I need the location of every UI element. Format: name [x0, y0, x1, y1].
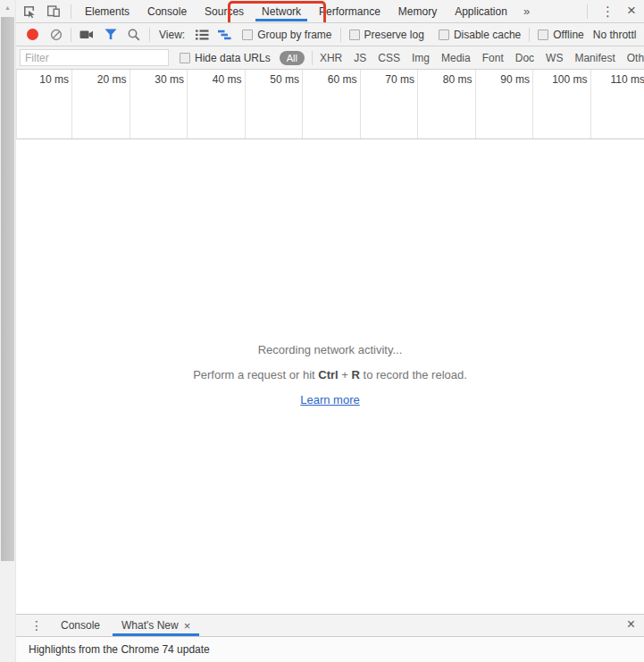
- filter-type-ws[interactable]: WS: [546, 52, 563, 64]
- preserve-log-label: Preserve log: [364, 29, 424, 41]
- filter-toggle-button[interactable]: [105, 29, 117, 40]
- throttling-dropdown[interactable]: No throttl: [593, 29, 637, 41]
- scrollbar-up-arrow-icon[interactable]: ▲: [0, 0, 15, 15]
- disable-cache-label: Disable cache: [454, 29, 521, 41]
- offline-option: Offline: [538, 29, 583, 41]
- filter-input[interactable]: [20, 49, 169, 66]
- filter-type-other[interactable]: Other: [627, 52, 644, 64]
- filter-bar: Hide data URLs All XHR JS CSS Img Media …: [16, 46, 644, 70]
- ruler-tick: 90 ms: [476, 70, 534, 138]
- record-button[interactable]: [27, 29, 38, 40]
- toolbar-separator: [587, 4, 588, 19]
- ruler-tick: 110 ms: [591, 70, 644, 138]
- drawer-menu-button[interactable]: ⋮: [16, 618, 50, 633]
- ruler-tick: 80 ms: [418, 70, 476, 138]
- window-controls: ⋮ ×: [582, 3, 644, 20]
- filter-type-img[interactable]: Img: [412, 52, 430, 64]
- filter-type-media[interactable]: Media: [441, 52, 471, 64]
- empty-state-hint: Perform a request or hit Ctrl + R to rec…: [16, 368, 644, 381]
- drawer-close-button[interactable]: ×: [623, 617, 644, 633]
- toolbar-separator: [340, 28, 341, 42]
- view-label: View:: [159, 29, 185, 41]
- device-toolbar-icon: [46, 4, 61, 18]
- clear-icon: [50, 29, 63, 41]
- scrollbar-thumb[interactable]: [1, 17, 14, 561]
- main-tab-bar: Elements Console Sources Network Perform…: [16, 0, 644, 23]
- offline-label: Offline: [553, 29, 583, 41]
- devtools-menu-button[interactable]: ⋮: [592, 4, 623, 20]
- filter-type-css[interactable]: CSS: [378, 52, 400, 64]
- timeline-ruler[interactable]: 10 ms 20 ms 30 ms 40 ms 50 ms 60 ms 70 m…: [16, 70, 644, 139]
- network-toolbar: View:: [16, 23, 644, 46]
- group-by-frame-option: Group by frame: [242, 29, 331, 41]
- tab-console[interactable]: Console: [138, 0, 196, 23]
- tab-label: Console: [147, 5, 187, 18]
- tab-elements[interactable]: Elements: [76, 0, 138, 23]
- close-tab-icon[interactable]: ×: [184, 619, 191, 633]
- group-by-frame-label: Group by frame: [257, 29, 331, 41]
- preserve-log-checkbox[interactable]: [349, 29, 360, 40]
- tab-label: Console: [61, 619, 100, 632]
- filter-type-manifest[interactable]: Manifest: [574, 52, 615, 64]
- filter-type-js[interactable]: JS: [354, 52, 366, 64]
- ruler-tick: 100 ms: [533, 70, 591, 138]
- drawer-tab-bar: ⋮ Console What's New × ×: [16, 614, 644, 636]
- search-icon: [128, 29, 140, 41]
- page-scrollbar[interactable]: ▲: [0, 0, 16, 662]
- tab-label: Sources: [205, 5, 244, 18]
- ruler-tick: 40 ms: [188, 70, 246, 138]
- recording-status-text: Recording network activity...: [16, 343, 644, 356]
- tab-memory[interactable]: Memory: [389, 0, 446, 23]
- kebab-menu-icon: ⋮: [601, 4, 615, 19]
- tab-label: Application: [455, 5, 507, 18]
- filter-type-font[interactable]: Font: [482, 52, 504, 64]
- search-button[interactable]: [128, 29, 140, 41]
- drawer-tab-console[interactable]: Console: [50, 615, 111, 637]
- show-overview-button[interactable]: [218, 29, 231, 40]
- tab-label: Elements: [85, 5, 130, 18]
- hide-data-urls-option: Hide data URLs: [180, 52, 271, 64]
- close-icon: ×: [627, 616, 635, 632]
- tab-label: Memory: [398, 5, 437, 18]
- hide-data-urls-label: Hide data URLs: [195, 52, 271, 64]
- whats-new-title: Highlights from the Chrome 74 update: [29, 643, 210, 656]
- device-toolbar-button[interactable]: [41, 1, 66, 22]
- ruler-tick: 50 ms: [246, 70, 304, 138]
- selected-tab-underline: [255, 19, 307, 21]
- ruler-tick: 30 ms: [130, 70, 188, 138]
- tab-label: Network: [262, 5, 301, 18]
- list-rows-icon: [196, 29, 209, 40]
- filter-type-all[interactable]: All: [280, 51, 305, 65]
- chevron-double-right-icon: »: [523, 4, 530, 18]
- filter-type-xhr[interactable]: XHR: [320, 52, 342, 64]
- ruler-tick: 20 ms: [72, 70, 130, 138]
- funnel-icon: [105, 29, 117, 40]
- drawer-tab-whats-new[interactable]: What's New ×: [111, 615, 201, 637]
- more-tabs-button[interactable]: »: [516, 0, 537, 23]
- toolbar-separator: [149, 28, 150, 42]
- inspect-cursor-icon: [22, 4, 36, 18]
- kebab-menu-icon: ⋮: [30, 618, 43, 633]
- tab-label: Performance: [319, 5, 381, 18]
- clear-button[interactable]: [50, 29, 63, 41]
- close-icon: ×: [627, 2, 636, 19]
- tab-sources[interactable]: Sources: [196, 0, 253, 23]
- toolbar-separator: [529, 28, 530, 42]
- hide-data-urls-checkbox[interactable]: [180, 53, 190, 63]
- filter-type-doc[interactable]: Doc: [515, 52, 534, 64]
- capture-screenshots-button[interactable]: [79, 29, 94, 40]
- inspect-element-button[interactable]: [16, 1, 41, 22]
- waterfall-bars-icon: [218, 29, 231, 40]
- toolbar-separator: [71, 28, 71, 42]
- tab-performance[interactable]: Performance: [310, 0, 389, 23]
- large-request-rows-button[interactable]: [196, 29, 209, 40]
- network-requests-panel: Recording network activity... Perform a …: [16, 139, 644, 614]
- disable-cache-checkbox[interactable]: [439, 29, 449, 40]
- learn-more-link[interactable]: Learn more: [300, 393, 359, 406]
- tab-application[interactable]: Application: [446, 0, 516, 23]
- ruler-tick: 60 ms: [303, 70, 361, 138]
- group-by-frame-checkbox[interactable]: [242, 29, 253, 40]
- offline-checkbox[interactable]: [538, 29, 548, 40]
- tab-network[interactable]: Network: [253, 0, 310, 23]
- devtools-close-button[interactable]: ×: [623, 3, 644, 20]
